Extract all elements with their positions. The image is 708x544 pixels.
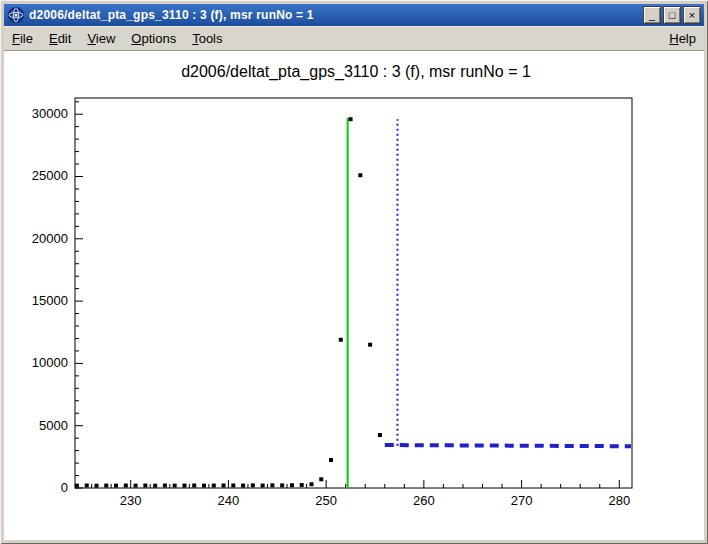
y-tick-label: 10000 — [32, 355, 68, 370]
x-tick-label: 230 — [120, 493, 142, 508]
x-tick-label: 250 — [315, 493, 337, 508]
data-point — [329, 458, 333, 462]
x-tick-label: 270 — [511, 493, 533, 508]
data-point — [192, 484, 196, 488]
window-controls: _ □ × — [643, 6, 701, 24]
plot-frame — [75, 98, 632, 488]
menu-options[interactable]: Options — [123, 28, 184, 49]
data-point — [124, 484, 128, 488]
data-point — [114, 484, 118, 488]
menubar-left: FileEditViewOptionsTools — [4, 31, 231, 46]
app-icon — [8, 7, 24, 23]
titlebar[interactable]: d2006/deltat_pta_gps_3110 : 3 (f), msr r… — [4, 4, 704, 26]
close-button[interactable]: × — [683, 6, 701, 24]
background-level-fit — [385, 445, 631, 446]
data-point — [94, 484, 98, 488]
data-point — [378, 433, 382, 437]
menu-edit[interactable]: Edit — [41, 28, 79, 49]
menu-tools[interactable]: Tools — [184, 28, 230, 49]
data-point — [163, 484, 167, 488]
data-point — [339, 338, 343, 342]
chart[interactable]: d2006/deltat_pta_gps_3110 : 3 (f), msr r… — [4, 51, 704, 540]
app-window: d2006/deltat_pta_gps_3110 : 3 (f), msr r… — [0, 0, 708, 544]
data-point — [290, 483, 294, 487]
data-point — [202, 484, 206, 488]
window-title: d2006/deltat_pta_gps_3110 : 3 (f), msr r… — [29, 8, 643, 22]
data-point — [85, 484, 89, 488]
data-point — [231, 483, 235, 487]
data-point — [368, 343, 372, 347]
data-point — [143, 484, 147, 488]
data-point — [182, 484, 186, 488]
data-point — [270, 483, 274, 487]
minimize-button[interactable]: _ — [643, 6, 661, 24]
menu-help[interactable]: Help — [661, 28, 704, 49]
data-points — [75, 117, 382, 488]
y-tick-label: 5000 — [39, 418, 68, 433]
menubar-right: Help — [661, 31, 704, 46]
data-point — [251, 483, 255, 487]
plot-canvas: d2006/deltat_pta_gps_3110 : 3 (f), msr r… — [4, 51, 704, 540]
data-point — [75, 484, 79, 488]
data-point — [349, 117, 353, 121]
menu-file[interactable]: File — [4, 28, 41, 49]
y-tick-label: 25000 — [32, 168, 68, 183]
data-point — [358, 173, 362, 177]
y-tick-label: 20000 — [32, 231, 68, 246]
menu-view[interactable]: View — [79, 28, 123, 49]
data-point — [153, 484, 157, 488]
data-point — [300, 483, 304, 487]
data-point — [104, 484, 108, 488]
y-tick-label: 15000 — [32, 293, 68, 308]
y-tick-label: 0 — [61, 480, 68, 495]
data-point — [319, 477, 323, 481]
maximize-button[interactable]: □ — [663, 6, 681, 24]
x-tick-label: 260 — [413, 493, 435, 508]
x-tick-label: 280 — [608, 493, 630, 508]
data-point — [222, 484, 226, 488]
data-point — [212, 484, 216, 488]
data-point — [241, 484, 245, 488]
chart-title: d2006/deltat_pta_gps_3110 : 3 (f), msr r… — [181, 63, 531, 81]
data-point — [309, 482, 313, 486]
x-tick-label: 240 — [218, 493, 240, 508]
x-axis: 230240250260270280 — [92, 480, 631, 508]
y-tick-label: 30000 — [32, 106, 68, 121]
menubar: FileEditViewOptionsTools Help — [4, 26, 704, 51]
data-point — [173, 484, 177, 488]
data-point — [280, 483, 284, 487]
data-point — [261, 484, 265, 488]
data-point — [134, 484, 138, 488]
